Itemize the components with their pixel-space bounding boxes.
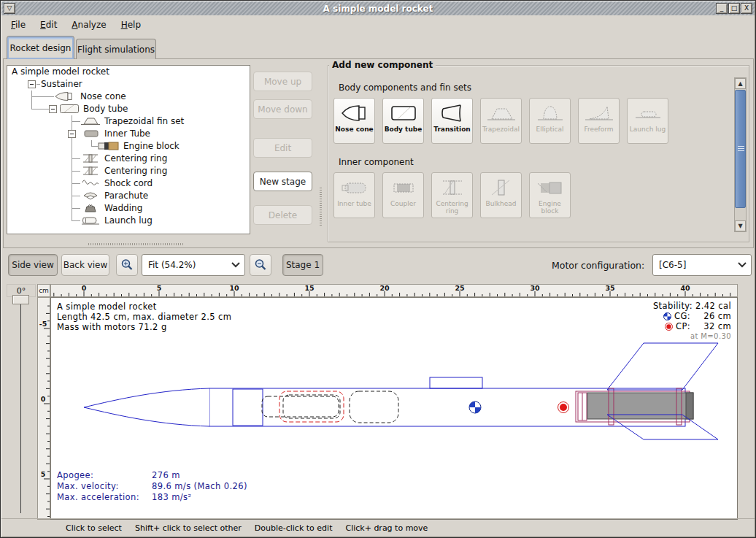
tree-row-nose-cone[interactable]: Nose cone	[7, 91, 250, 103]
close-button[interactable]: X	[741, 3, 752, 14]
title-bar: A simple model rocket ▽ _ □ X	[1, 1, 755, 15]
launch-lug-outline[interactable]	[430, 377, 482, 388]
tab-rocket-design[interactable]: Rocket design	[7, 36, 74, 59]
shock-cord-outline[interactable]	[262, 396, 339, 417]
tree-row-rocket[interactable]: A simple model rocket	[7, 66, 250, 78]
scroll-down-button[interactable]: ▼	[735, 220, 746, 231]
parachute-selected-outline[interactable]	[279, 391, 344, 422]
collapse-icon[interactable]	[49, 105, 57, 113]
scrollbar-grip-icon	[738, 146, 744, 151]
rotation-slider-track	[20, 296, 21, 513]
move-up-button[interactable]: Move up	[253, 72, 312, 91]
launch-lug-icon	[633, 102, 663, 124]
zoom-level-combo[interactable]: Fit (54.2%)	[142, 254, 245, 276]
tree-row-launch-lug[interactable]: Launch lug	[7, 215, 250, 227]
inner-tube-icon	[83, 128, 99, 139]
app-window: A simple model rocket ▽ _ □ X File Edit …	[0, 0, 756, 538]
tree-row-centering-ring-1[interactable]: Centering ring	[7, 153, 250, 165]
side-view-button[interactable]: Side view	[8, 254, 58, 276]
parachute-outline[interactable]	[283, 395, 340, 418]
collapse-icon[interactable]	[68, 130, 76, 138]
new-stage-button[interactable]: New stage	[253, 172, 312, 191]
add-bulkhead-button[interactable]: Bulkhead	[480, 172, 522, 218]
delete-button[interactable]: Delete	[253, 205, 312, 225]
component-panel-scrollbar[interactable]: ▲ ▼	[734, 77, 747, 232]
tree-row-parachute[interactable]: Parachute	[7, 190, 250, 202]
svg-text:0: 0	[82, 285, 87, 292]
tree-row-inner-tube[interactable]: Inner Tube	[7, 128, 250, 140]
rocket-design-canvas[interactable]: A simple model rocket Length 42.5 cm, ma…	[50, 297, 738, 520]
centering-ring-icon	[80, 166, 101, 176]
zoom-out-button[interactable]	[250, 254, 271, 276]
edit-button[interactable]: Edit	[253, 138, 312, 158]
add-inner-tube-button[interactable]: Inner tube	[333, 172, 375, 218]
magnifier-minus-icon	[254, 258, 267, 272]
add-freeform-fin-button[interactable]: Freeform	[578, 98, 620, 144]
add-trapezoidal-fin-button[interactable]: Trapezoidal	[480, 98, 522, 144]
tree-row-body-tube[interactable]: Body tube	[7, 103, 250, 115]
menu-edit[interactable]: Edit	[34, 18, 63, 31]
maximize-button[interactable]: □	[728, 3, 740, 14]
menu-file[interactable]: File	[5, 18, 31, 31]
zoom-in-button[interactable]	[116, 254, 138, 276]
motor-c6[interactable]	[587, 393, 693, 419]
stage-1-toggle[interactable]: Stage 1	[282, 254, 323, 276]
minimize-button[interactable]: _	[716, 3, 728, 14]
nose-cone-outline[interactable]	[84, 388, 209, 426]
tree-row-shock-cord[interactable]: Shock cord	[7, 177, 250, 190]
scroll-up-button[interactable]: ▲	[735, 78, 746, 89]
svg-text:15: 15	[304, 285, 314, 292]
panel-splitter-vertical[interactable]	[320, 188, 322, 226]
cg-marker	[469, 401, 481, 413]
tree-row-sustainer[interactable]: Sustainer	[7, 78, 250, 91]
minimize-icon: _	[720, 5, 724, 12]
menu-help[interactable]: Help	[115, 18, 147, 31]
svg-text:40: 40	[680, 285, 690, 292]
menu-analyze[interactable]: Analyze	[66, 18, 112, 31]
wadding-outline[interactable]	[350, 391, 398, 423]
arrow-down-icon: ▼	[738, 223, 742, 229]
move-down-button[interactable]: Move down	[253, 99, 312, 119]
chevron-down-icon	[231, 262, 240, 268]
rocket-name: A simple model rocket	[57, 301, 231, 312]
tree-row-wadding[interactable]: Wadding	[7, 202, 250, 215]
panel-splitter-horizontal[interactable]	[88, 243, 183, 245]
body-tube-icon	[388, 102, 419, 124]
motor-configuration-combo[interactable]: [C6-5]	[652, 254, 752, 276]
max-velocity-label: Max. velocity:	[57, 481, 152, 492]
back-view-button[interactable]: Back view	[61, 254, 109, 276]
tree-row-centering-ring-2[interactable]: Centering ring	[7, 165, 250, 177]
tree-row-trapezoidal-fin-set[interactable]: Trapezoidal fin set	[7, 115, 250, 128]
scrollbar-thumb[interactable]	[735, 90, 746, 208]
elliptical-fin-icon	[535, 102, 566, 124]
vertical-ruler: -505	[37, 297, 50, 520]
collapse-icon[interactable]	[28, 80, 36, 88]
max-acceleration-value: 183 m/s²	[152, 492, 191, 503]
bulkhead-icon	[486, 177, 517, 199]
add-nose-cone-button[interactable]: Nose cone	[333, 98, 375, 144]
add-engine-block-button[interactable]: Engine block	[529, 172, 571, 218]
add-centering-ring-button[interactable]: Centering ring	[431, 172, 473, 218]
hint-shift-click: Shift+ click to select other	[135, 523, 242, 533]
centering-ring-icon	[437, 177, 468, 199]
add-launch-lug-button[interactable]: Launch lug	[627, 98, 668, 144]
rocket-mass: Mass with motors 71.2 g	[57, 322, 231, 332]
add-coupler-button[interactable]: Coupler	[382, 172, 424, 218]
add-body-tube-button[interactable]: Body tube	[382, 98, 424, 144]
tree-row-engine-block[interactable]: Engine block	[7, 140, 250, 153]
component-tree[interactable]: A simple model rocket Sustainer Nose con…	[7, 65, 250, 234]
max-velocity-value: 89.6 m/s (Mach 0.26)	[152, 481, 247, 492]
transition-icon	[437, 102, 468, 124]
add-transition-button[interactable]: Transition	[431, 98, 473, 144]
svg-text:10: 10	[229, 285, 239, 292]
tab-flight-simulations[interactable]: Flight simulations	[76, 39, 156, 59]
stability-value: 2.42 cal	[695, 301, 731, 311]
fin-upper-outline[interactable]	[607, 343, 718, 390]
window-title: A simple model rocket	[1, 4, 755, 14]
window-menu-button[interactable]: ▽	[4, 3, 15, 14]
engine-block-icon	[98, 141, 120, 151]
nose-shoulder-outline[interactable]	[233, 389, 263, 426]
magnifier-plus-icon	[120, 258, 134, 272]
rotation-slider-handle[interactable]	[12, 295, 29, 304]
add-elliptical-fin-button[interactable]: Elliptical	[529, 98, 571, 144]
